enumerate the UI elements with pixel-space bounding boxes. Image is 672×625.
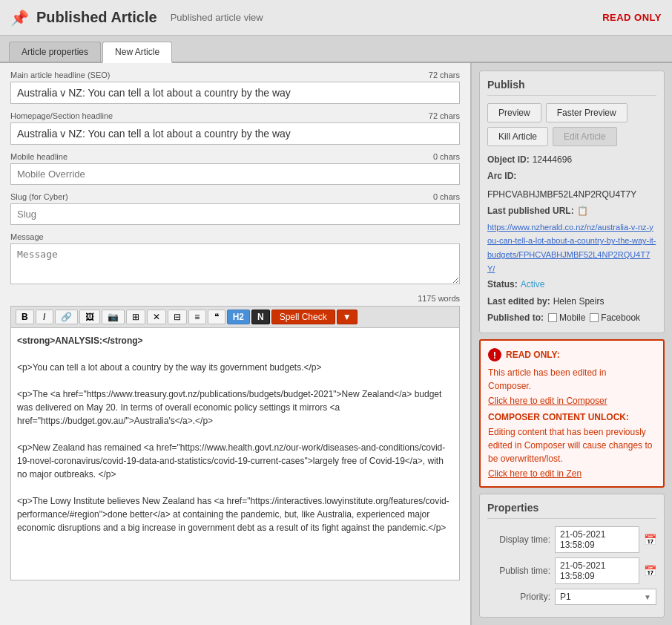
message-textarea[interactable] <box>10 243 460 284</box>
calendar-icon-display[interactable]: 📅 <box>644 534 656 546</box>
editor-line-2: <p>You can tell a lot about a country by… <box>17 361 453 374</box>
properties-box: Properties Display time: 21-05-2021 13:5… <box>479 494 665 618</box>
homepage-headline-count: 72 chars <box>429 111 460 120</box>
faster-preview-button[interactable]: Faster Preview <box>546 103 627 122</box>
table-icon: ⊟ <box>174 312 181 322</box>
main-headline-label: Main article headline (SEO) <box>10 71 111 79</box>
status-label: Status: <box>487 277 518 292</box>
mobile-headline-label-row: Mobile headline 0 chars <box>10 152 460 161</box>
last-published-url-row: https://www.nzherald.co.nz/nz/australia-… <box>487 220 656 276</box>
last-edited-row: Last edited by: Helen Speirs <box>487 294 656 309</box>
mobile-checkbox-item: Mobile <box>548 310 585 325</box>
table-button[interactable]: ⊟ <box>168 310 187 324</box>
spell-check-button[interactable]: Spell Check <box>271 310 335 324</box>
last-published-url[interactable]: https://www.nzherald.co.nz/nz/australia-… <box>487 220 656 276</box>
main-headline-input[interactable] <box>10 82 460 104</box>
camera-button[interactable]: 📷 <box>102 310 125 324</box>
bold-button[interactable]: B <box>16 310 34 324</box>
link-icon: 🔗 <box>61 312 72 322</box>
last-published-row: Last published URL: 📋 <box>487 203 656 218</box>
link-button[interactable]: 🔗 <box>55 310 78 324</box>
composer-warning-text: Editing content that has been previously… <box>488 425 656 465</box>
editor-line-5: <p>The Lowy Institute believes New Zeala… <box>17 494 453 534</box>
read-only-warning-box: ! READ ONLY: This article has been edite… <box>479 339 665 488</box>
main-headline-group: Main article headline (SEO) 72 chars <box>10 71 460 104</box>
editor-line-3: <p>The <a href="https://www.treasury.gov… <box>17 387 453 428</box>
last-edited-label: Last edited by: <box>487 294 550 309</box>
composer-link[interactable]: Click here to edit in Composer <box>488 396 607 406</box>
homepage-headline-label: Homepage/Section headline <box>10 111 113 120</box>
message-group: Message <box>10 232 460 287</box>
priority-value: P1 <box>560 592 571 602</box>
copy-icon[interactable]: 📋 <box>577 203 588 218</box>
edit-article-button[interactable]: Edit Article <box>553 127 617 146</box>
homepage-headline-input[interactable] <box>10 122 460 145</box>
article-icon: 📌 <box>10 9 29 27</box>
image-icon: 🖼 <box>85 312 94 322</box>
homepage-headline-group: Homepage/Section headline 72 chars <box>10 111 460 145</box>
last-published-label: Last published URL: <box>487 203 574 218</box>
priority-select[interactable]: P1 ▼ <box>555 589 656 605</box>
quote-icon: ❝ <box>214 312 219 322</box>
publish-action-row: Kill Article Edit Article <box>487 127 656 146</box>
facebook-label: Facebook <box>601 310 640 325</box>
tabs-bar: Article properties New Article <box>0 36 672 63</box>
editor-toolbar: B I 🔗 🖼 📷 ⊞ ✕ ⊟ ≡ ❝ <box>10 306 460 328</box>
message-label: Message <box>10 232 44 241</box>
grid-small-icon: ⊞ <box>132 312 139 322</box>
publish-time-label: Publish time: <box>487 566 550 576</box>
image-button[interactable]: 🖼 <box>79 310 100 324</box>
priority-label: Priority: <box>487 592 550 602</box>
more-button[interactable]: ▼ <box>337 310 358 324</box>
priority-row: Priority: P1 ▼ <box>487 589 656 605</box>
mobile-checkbox[interactable] <box>548 313 557 322</box>
header: 📌 Published Article Published article vi… <box>0 0 672 36</box>
chevron-down-icon: ▼ <box>644 593 651 601</box>
facebook-checkbox-item: Facebook <box>590 310 640 325</box>
preview-button[interactable]: Preview <box>487 103 541 122</box>
table-small-button[interactable]: ⊞ <box>126 310 145 324</box>
published-to-label: Published to: <box>487 310 544 325</box>
slug-input[interactable] <box>10 203 460 225</box>
right-panel: Publish Preview Faster Preview Kill Arti… <box>472 63 672 625</box>
status-row: Status: Active <box>487 277 656 292</box>
slug-count: 0 chars <box>433 192 460 201</box>
read-only-title: READ ONLY: <box>506 350 560 360</box>
kill-article-button[interactable]: Kill Article <box>487 127 548 146</box>
h2-button[interactable]: H2 <box>227 310 250 324</box>
arc-id-row: Arc ID: FPHCVABHJMBF52L4NP2RQU4T7Y <box>487 168 656 202</box>
read-only-header: ! READ ONLY: <box>488 348 656 361</box>
object-id-row: Object ID: 12444696 <box>487 152 656 167</box>
italic-button[interactable]: I <box>36 310 53 324</box>
slug-label-row: Slug (for Cyber) 0 chars <box>10 192 460 201</box>
published-to-row: Published to: Mobile Facebook <box>487 310 656 325</box>
display-time-row: Display time: 21-05-2021 13:58:09 📅 <box>487 526 656 553</box>
mobile-headline-label: Mobile headline <box>10 152 67 161</box>
status-value: Active <box>521 277 545 292</box>
publish-info: Object ID: 12444696 Arc ID: FPHCVABHJMBF… <box>487 152 656 325</box>
editor-line-4: <p>New Zealand has remained <a href="htt… <box>17 441 453 481</box>
message-label-row: Message <box>10 232 460 241</box>
display-time-value[interactable]: 21-05-2021 13:58:09 <box>555 526 639 553</box>
object-id-value: 12444696 <box>533 152 572 167</box>
list-icon: ≡ <box>194 312 200 322</box>
delete-button[interactable]: ✕ <box>147 310 166 324</box>
tab-new-article[interactable]: New Article <box>102 42 172 63</box>
composer-warning-title: COMPOSER CONTENT UNLOCK: <box>488 412 656 422</box>
calendar-icon-publish[interactable]: 📅 <box>644 565 656 577</box>
slug-group: Slug (for Cyber) 0 chars <box>10 192 460 225</box>
facebook-checkbox[interactable] <box>590 313 599 322</box>
page-subtitle: Published article view <box>171 12 263 23</box>
n-button[interactable]: N <box>251 310 270 324</box>
zen-link[interactable]: Click here to edit in Zen <box>488 468 582 479</box>
publish-time-value[interactable]: 21-05-2021 13:58:09 <box>555 557 639 584</box>
tab-article-properties[interactable]: Article properties <box>9 42 101 62</box>
header-left: 📌 Published Article Published article vi… <box>10 9 263 27</box>
editor-content[interactable]: <strong>ANALYSIS:</strong> <p>You can te… <box>10 328 460 580</box>
list-button[interactable]: ≡ <box>188 310 206 324</box>
quote-button[interactable]: ❝ <box>208 310 225 324</box>
warning-icon: ! <box>488 348 501 361</box>
mobile-headline-input[interactable] <box>10 163 460 185</box>
page-title: Published Article <box>36 9 157 26</box>
word-count: 1175 words <box>418 294 460 303</box>
